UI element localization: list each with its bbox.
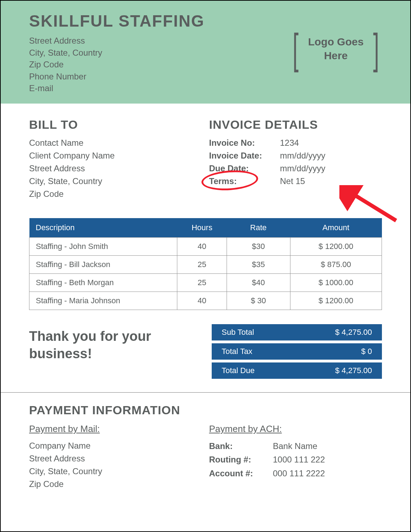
tax-label: Total Tax (222, 347, 361, 356)
invoice-date-label: Invoice Date: (209, 149, 280, 162)
total-due-label: Total Due (222, 366, 335, 375)
tax-value: $ 0 (361, 347, 372, 356)
total-due-row: Total Due $ 4,275.00 (212, 362, 382, 379)
invoice-no: 1234 (280, 137, 299, 149)
bill-to-zip: Zip Code (29, 188, 202, 200)
terms-label-text: Terms: (209, 176, 237, 186)
header: SKILLFUL STAFFING Street Address City, S… (1, 1, 410, 104)
bill-to-block: BILL TO Contact Name Client Company Name… (29, 118, 202, 200)
payment-ach-block: Payment by ACH: Bank: Bank Name Routing … (209, 423, 382, 491)
payment-mail-block: Payment by Mail: Company Name Street Add… (29, 423, 202, 491)
logo-text: Logo Goes Here (301, 35, 370, 62)
bank-name: Bank Name (273, 439, 317, 453)
col-amount: Amount (290, 218, 382, 238)
table-header-row: Description Hours Rate Amount (29, 218, 382, 238)
bill-to-title: BILL TO (29, 118, 202, 132)
account-label: Account #: (209, 467, 273, 480)
account-number: 000 111 2222 (273, 467, 325, 480)
table-row: Staffing - Bill Jackson25$35$ 875.00 (29, 256, 382, 274)
terms-label: Terms: (209, 175, 280, 188)
subtotal-label: Sub Total (222, 328, 335, 337)
subtotal-value: $ 4,275.00 (335, 328, 372, 337)
payment-title: PAYMENT INFORMATION (29, 403, 382, 417)
bill-to-street: Street Address (29, 162, 202, 175)
cell-amount: $ 1000.00 (290, 274, 382, 292)
invoice-details-block: INVOICE DETAILS Invoice No: 1234 Invoice… (209, 118, 382, 200)
cell-hours: 40 (177, 292, 227, 310)
cell-rate: $30 (227, 238, 290, 256)
due-date-label: Due Date: (209, 162, 280, 175)
payment-section: PAYMENT INFORMATION Payment by Mail: Com… (1, 393, 410, 505)
table-row: Staffing - John Smith40$30$ 1200.00 (29, 238, 382, 256)
mail-company: Company Name (29, 439, 202, 452)
totals-block: Sub Total $ 4,275.00 Total Tax $ 0 Total… (212, 324, 382, 382)
due-date: mm/dd/yyyy (280, 162, 326, 175)
cell-rate: $35 (227, 256, 290, 274)
total-due-value: $ 4,275.00 (335, 366, 372, 375)
subtotal-row: Sub Total $ 4,275.00 (212, 324, 382, 340)
cell-hours: 25 (177, 256, 227, 274)
invoice-no-label: Invoice No: (209, 137, 280, 149)
thank-you-text: Thank you for your business! (29, 324, 198, 382)
invoice-page: SKILLFUL STAFFING Street Address City, S… (0, 0, 411, 532)
cell-description: Staffing - John Smith (29, 238, 177, 256)
payment-mail-title: Payment by Mail: (29, 423, 202, 434)
logo-placeholder: [ Logo Goes Here ] (290, 27, 382, 70)
company-email: E-mail (29, 82, 382, 94)
col-hours: Hours (177, 218, 227, 238)
cell-amount: $ 1200.00 (290, 292, 382, 310)
invoice-date: mm/dd/yyyy (280, 149, 326, 162)
cell-amount: $ 1200.00 (290, 238, 382, 256)
cell-description: Staffing - Bill Jackson (29, 256, 177, 274)
cell-description: Staffing - Maria Johnson (29, 292, 177, 310)
col-description: Description (29, 218, 177, 238)
invoice-details-title: INVOICE DETAILS (209, 118, 382, 132)
bill-to-contact: Contact Name (29, 137, 202, 149)
bill-to-company: Client Company Name (29, 149, 202, 162)
cell-hours: 40 (177, 238, 227, 256)
bill-to-city: City, State, Country (29, 175, 202, 188)
col-rate: Rate (227, 218, 290, 238)
cell-hours: 25 (177, 274, 227, 292)
cell-rate: $ 30 (227, 292, 290, 310)
mail-city: City, State, Country (29, 465, 202, 478)
routing-label: Routing #: (209, 453, 273, 466)
tax-row: Total Tax $ 0 (212, 343, 382, 360)
mail-zip: Zip Code (29, 478, 202, 491)
cell-rate: $40 (227, 274, 290, 292)
line-items-table: Description Hours Rate Amount Staffing -… (29, 218, 382, 310)
bracket-left-icon: [ (293, 27, 299, 70)
payment-ach-title: Payment by ACH: (209, 423, 382, 434)
terms-value: Net 15 (280, 175, 305, 188)
mail-street: Street Address (29, 452, 202, 465)
cell-description: Staffing - Beth Morgan (29, 274, 177, 292)
bank-label: Bank: (209, 439, 273, 453)
table-row: Staffing - Beth Morgan25$40$ 1000.00 (29, 274, 382, 292)
routing-number: 1000 111 222 (273, 453, 325, 466)
invoice-body: BILL TO Contact Name Client Company Name… (1, 104, 410, 392)
company-phone: Phone Number (29, 71, 382, 83)
cell-amount: $ 875.00 (290, 256, 382, 274)
table-row: Staffing - Maria Johnson40$ 30$ 1200.00 (29, 292, 382, 310)
bracket-right-icon: ] (373, 27, 379, 70)
